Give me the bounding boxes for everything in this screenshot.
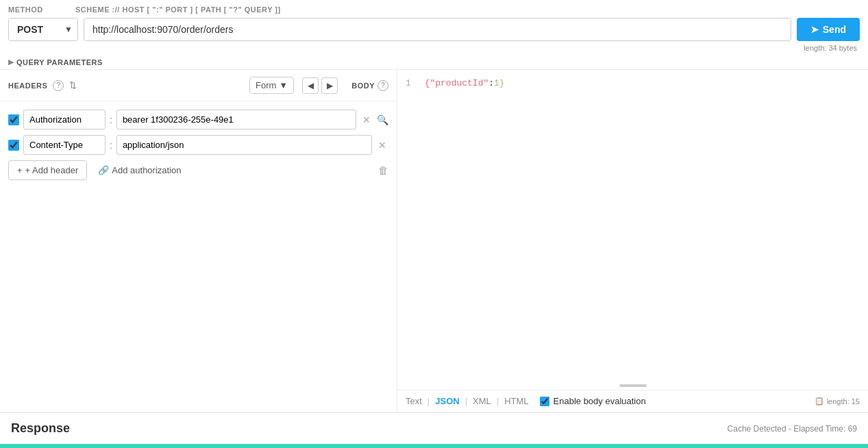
body-code: {"productId":1} [425,78,505,88]
request-section: METHOD SCHEME :// HOST [ ":" PORT ] [ PA… [0,0,868,69]
headers-title: HEADERS [8,82,47,90]
body-content-area: 1 {"productId":1} [397,70,868,382]
body-panel: 1 {"productId":1} Text | JSON | XML | HT… [397,70,868,412]
nav-arrows: ◀ ▶ [302,77,338,94]
header-1-value[interactable] [116,110,356,129]
header-row-1: : ✕ 🔍 [8,110,388,129]
query-params-toggle[interactable]: ▶ QUERY PARAMETERS [8,52,860,69]
body-help-icon[interactable]: ? [377,80,388,91]
headers-help-icon[interactable]: ? [53,80,64,91]
header-1-lock-icon[interactable]: 🔍 [377,114,388,125]
length-info: length: 34 bytes [8,44,860,52]
body-title: BODY [351,82,375,90]
body-line-1: 1 {"productId":1} [406,78,860,88]
header-2-checkbox[interactable] [8,140,19,151]
body-section-label: BODY ? [351,80,388,91]
send-icon: ➤ [810,24,819,35]
header-row-2: : ✕ [8,135,388,155]
scroll-indicator [619,384,647,387]
response-meta: Cache Detected - Elapsed Time: 69 [728,424,857,434]
enable-eval-checkbox[interactable] [540,397,549,406]
url-input[interactable] [84,18,791,41]
headers-content: : ✕ 🔍 : ✕ + + Add header [0,101,397,412]
query-params-arrow-icon: ▶ [8,58,14,66]
form-label: Form [256,80,276,90]
method-label: METHOD [8,5,70,14]
separator-3: | [497,396,499,406]
add-auth-lock-icon: 🔗 [98,165,109,175]
add-header-button[interactable]: + + Add header [8,160,87,180]
header-1-colon: : [110,114,112,125]
headers-panel-header: HEADERS ? ⇅ Form ▼ ◀ ▶ BODY ? [0,70,397,101]
separator-1: | [427,396,430,406]
form-dropdown-arrow: ▼ [279,80,288,90]
line-number-1: 1 [406,78,411,88]
body-length-text: length: 15 [827,397,860,406]
send-button[interactable]: ➤ Send [797,18,860,41]
format-xml-link[interactable]: XML [473,396,491,406]
headers-sort-icon[interactable]: ⇅ [69,80,77,90]
enable-eval-label: Enable body evaluation [554,396,646,406]
response-section: Response Cache Detected - Elapsed Time: … [0,412,868,448]
format-json-link[interactable]: JSON [435,396,459,406]
panels-container: HEADERS ? ⇅ Form ▼ ◀ ▶ BODY ? [0,70,868,412]
body-footer: Text | JSON | XML | HTML Enable body eva… [397,390,868,412]
body-length: 📋 length: 15 [815,397,860,406]
body-length-icon: 📋 [815,397,824,406]
add-row: + + Add header 🔗 Add authorization 🗑 [8,160,388,180]
add-header-plus-icon: + [17,165,23,175]
add-auth-label: Add authorization [112,165,181,175]
header-1-checkbox[interactable] [8,114,19,125]
query-params-label: QUERY PARAMETERS [16,58,103,66]
form-dropdown[interactable]: Form ▼ [249,77,294,94]
nav-left-arrow[interactable]: ◀ [302,77,319,94]
add-header-label: + Add header [25,165,79,175]
header-2-remove-icon[interactable]: ✕ [376,140,388,151]
header-1-remove-icon[interactable]: ✕ [360,114,373,125]
method-selector[interactable]: POST GET PUT DELETE PATCH ▼ [8,18,78,41]
separator-2: | [465,396,467,406]
nav-right-arrow[interactable]: ▶ [321,77,338,94]
method-select[interactable]: POST GET PUT DELETE PATCH [8,18,78,41]
enable-eval-section: Enable body evaluation [540,396,646,406]
response-header: Response Cache Detected - Elapsed Time: … [0,413,868,444]
send-label: Send [823,24,846,35]
header-2-colon: : [110,140,112,151]
url-label: SCHEME :// HOST [ ":" PORT ] [ PATH [ "?… [75,5,860,14]
main-container: METHOD SCHEME :// HOST [ ":" PORT ] [ PA… [0,0,868,448]
format-text-link[interactable]: Text [406,396,422,406]
delete-all-icon[interactable]: 🗑 [378,164,388,176]
header-1-key[interactable] [23,110,106,129]
response-status-bar: 200 [0,444,868,448]
header-2-key[interactable] [23,135,106,155]
add-authorization-button[interactable]: 🔗 Add authorization [98,165,181,175]
format-html-link[interactable]: HTML [504,396,528,406]
response-title: Response [11,421,70,436]
headers-panel: HEADERS ? ⇅ Form ▼ ◀ ▶ BODY ? [0,70,397,412]
header-2-value[interactable] [116,135,372,155]
